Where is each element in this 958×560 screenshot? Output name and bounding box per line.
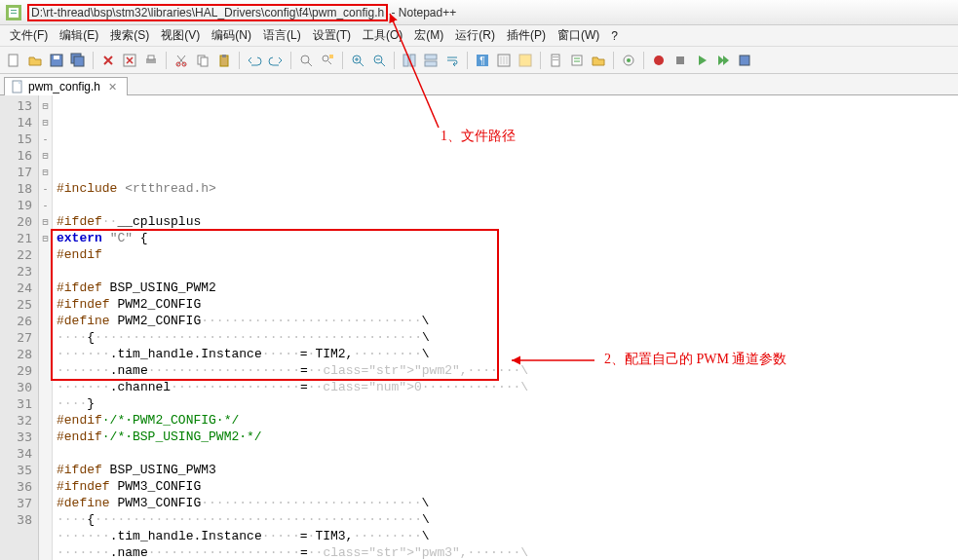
func-list-icon[interactable] — [567, 51, 587, 70]
file-path: D:\rt-thread\bsp\stm32\libraries\HAL_Dri… — [27, 4, 388, 21]
menu-edit[interactable]: 编辑(E) — [54, 25, 104, 46]
file-icon — [11, 80, 24, 93]
svg-rect-3 — [11, 13, 17, 14]
svg-rect-39 — [740, 56, 749, 65]
zoom-in-icon[interactable] — [348, 51, 367, 70]
copy-icon[interactable] — [193, 51, 212, 70]
svg-rect-8 — [74, 56, 84, 66]
monitor-icon[interactable] — [619, 51, 638, 70]
line-number-gutter: 1314151617181920212223242526272829303132… — [0, 95, 39, 560]
save-all-icon[interactable] — [68, 51, 88, 70]
svg-rect-15 — [201, 57, 208, 66]
show-all-icon[interactable]: ¶ — [473, 51, 492, 70]
redo-icon[interactable] — [266, 51, 286, 70]
menu-window[interactable]: 窗口(W) — [552, 25, 605, 46]
menu-plugins[interactable]: 插件(P) — [501, 25, 552, 46]
toolbar-separator — [239, 52, 240, 69]
save-macro-icon[interactable] — [735, 51, 754, 70]
doc-map-icon[interactable] — [546, 51, 565, 70]
svg-text:¶: ¶ — [479, 56, 484, 66]
svg-rect-2 — [11, 10, 17, 11]
editor-area[interactable]: 1314151617181920212223242526272829303132… — [0, 95, 958, 560]
svg-rect-4 — [9, 55, 18, 66]
cut-icon[interactable] — [172, 51, 191, 70]
find-icon[interactable] — [296, 51, 316, 70]
app-icon — [6, 5, 21, 20]
tab-bar: pwm_config.h ✕ — [0, 74, 958, 95]
svg-point-36 — [627, 58, 631, 62]
menu-help[interactable]: ? — [605, 27, 624, 45]
record-icon[interactable] — [649, 51, 669, 70]
open-file-icon[interactable] — [25, 51, 45, 70]
svg-point-18 — [301, 56, 309, 63]
toolbar-separator — [290, 52, 291, 69]
title-bar: D:\rt-thread\bsp\stm32\libraries\HAL_Dri… — [0, 0, 958, 25]
svg-rect-34 — [572, 56, 582, 65]
svg-rect-11 — [148, 56, 154, 59]
menu-search[interactable]: 搜索(S) — [104, 25, 155, 46]
menu-encoding[interactable]: 编码(N) — [206, 25, 257, 46]
svg-rect-26 — [425, 61, 437, 66]
undo-icon[interactable] — [245, 51, 264, 70]
menu-view[interactable]: 视图(V) — [155, 25, 206, 46]
svg-rect-38 — [676, 56, 684, 64]
svg-rect-23 — [403, 55, 408, 66]
toolbar-separator — [394, 52, 395, 69]
svg-rect-32 — [553, 56, 558, 57]
menu-bar: 文件(F) 编辑(E) 搜索(S) 视图(V) 编码(N) 语言(L) 设置(T… — [0, 25, 958, 47]
fold-gutter[interactable]: ⊟⊟-⊟⊟--⊟⊟ — [39, 95, 53, 560]
window-title: D:\rt-thread\bsp\stm32\libraries\HAL_Dri… — [27, 6, 456, 19]
wrap-icon[interactable] — [442, 51, 462, 70]
paste-icon[interactable] — [214, 51, 234, 70]
new-file-icon[interactable] — [4, 51, 23, 70]
file-tab[interactable]: pwm_config.h ✕ — [4, 77, 128, 95]
tab-label: pwm_config.h — [28, 80, 100, 93]
close-icon[interactable] — [98, 51, 118, 70]
svg-rect-24 — [410, 55, 415, 66]
svg-rect-30 — [519, 55, 531, 66]
menu-lang[interactable]: 语言(L) — [257, 25, 307, 46]
code-content[interactable]: #include <rtthread.h>#ifdef··__cplusplus… — [53, 95, 958, 560]
toolbar-separator — [613, 52, 614, 69]
toolbar-separator — [93, 52, 94, 69]
menu-file[interactable]: 文件(F) — [4, 25, 54, 46]
folder-icon[interactable] — [589, 51, 608, 70]
toolbar-separator — [467, 52, 468, 69]
close-all-icon[interactable] — [120, 51, 139, 70]
menu-tools[interactable]: 工具(O) — [357, 25, 408, 46]
toolbar: ¶ — [0, 47, 958, 74]
indent-guide-icon[interactable] — [494, 51, 514, 70]
udl-icon[interactable] — [516, 51, 535, 70]
menu-settings[interactable]: 设置(T) — [307, 25, 357, 46]
sync-h-icon[interactable] — [421, 51, 441, 70]
tab-close-icon[interactable]: ✕ — [108, 81, 117, 93]
sync-v-icon[interactable] — [400, 51, 419, 70]
print-icon[interactable] — [141, 51, 161, 70]
toolbar-separator — [540, 52, 541, 69]
svg-rect-33 — [553, 59, 558, 60]
svg-rect-25 — [425, 55, 437, 59]
stop-icon[interactable] — [671, 51, 690, 70]
zoom-out-icon[interactable] — [369, 51, 389, 70]
svg-rect-20 — [329, 55, 333, 58]
toolbar-separator — [342, 52, 343, 69]
svg-rect-6 — [54, 56, 59, 59]
menu-macro[interactable]: 宏(M) — [408, 25, 449, 46]
replace-icon[interactable] — [318, 51, 337, 70]
toolbar-separator — [643, 52, 644, 69]
annotation-2: 2、配置自己的 PWM 通道参数 — [604, 351, 786, 368]
save-icon[interactable] — [47, 51, 66, 70]
svg-point-37 — [654, 56, 664, 65]
toolbar-separator — [166, 52, 167, 69]
play-multi-icon[interactable] — [713, 51, 733, 70]
svg-point-19 — [323, 56, 328, 61]
play-icon[interactable] — [692, 51, 711, 70]
menu-run[interactable]: 运行(R) — [449, 25, 501, 46]
svg-rect-17 — [222, 55, 226, 57]
annotation-1: 1、文件路径 — [441, 128, 516, 145]
